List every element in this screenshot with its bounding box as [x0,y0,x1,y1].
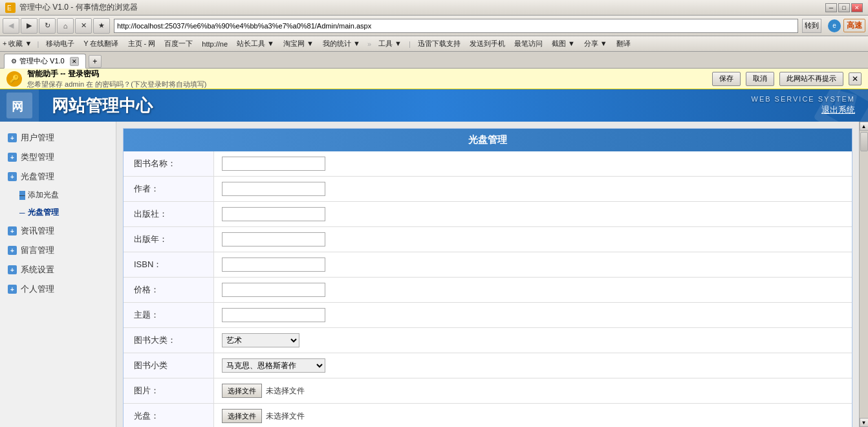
plus-icon: + [8,133,17,142]
input-book-name[interactable] [222,157,325,171]
forward-button[interactable]: ▶ [21,18,38,34]
tab-label: 管理中心 V1.0 [19,56,65,66]
choose-disc-button[interactable]: 选择文件 [222,409,262,423]
plus-icon-system: + [8,265,17,274]
form-row-price: 价格： [124,278,852,303]
sidebar-label-user-management: 用户管理 [21,132,54,144]
address-bar[interactable] [114,19,798,33]
label-image: 图片： [124,378,214,403]
sidebar-label-disc-management: 光盘管理 [21,171,54,182]
bookmark-homepage[interactable]: 主页 - 网 [126,38,158,49]
bookmark-mobile-e[interactable]: 移动电子 [44,38,76,49]
bookmark-tools2[interactable]: 工具 ▼ [376,38,404,49]
bookmark-send[interactable]: 发送到手机 [468,38,507,49]
tab-bar: ⚙ 管理中心 V1.0 ✕ + [0,52,868,69]
field-book-name [214,153,852,175]
back-button[interactable]: ◀ [3,18,19,34]
sidebar-item-type-management[interactable]: + 类型管理 [0,148,116,167]
input-publisher[interactable] [222,207,325,221]
sidebar-label-type-management: 类型管理 [21,151,54,163]
sidebar-item-message-management[interactable]: + 留言管理 [0,241,116,260]
bookmark-share[interactable]: 分享 ▼ [582,38,609,49]
label-author: 作者： [124,177,214,201]
minus-icon-add: ─ [19,191,25,200]
field-publisher [214,203,852,225]
field-pub-year [214,228,852,250]
tab-close-button[interactable]: ✕ [70,57,79,66]
sidebar-item-system-settings[interactable]: + 系统设置 [0,260,116,279]
bookmark-thunder[interactable]: 迅雷下载支持 [416,38,462,49]
scrollbar-thumb[interactable] [860,132,868,151]
disc-file-label: 未选择文件 [266,411,305,422]
label-pub-year: 出版年： [124,227,214,252]
input-price[interactable] [222,283,325,297]
scrollbar-up-button[interactable]: ▲ [860,122,869,131]
main-content: 光盘管理 图书名称： 作者： 出版社： [116,122,859,427]
sidebar-item-disc-management[interactable]: + 光盘管理 [0,167,116,186]
field-author [214,178,852,200]
bookmark-translate[interactable]: 翻译 [614,38,633,49]
sidebar-item-user-management[interactable]: + 用户管理 [0,128,116,148]
close-password-bar-button[interactable]: ✕ [849,72,862,85]
label-isbn: ISBN： [124,252,214,277]
select-category[interactable]: 艺术 文学 科学 历史 计算机 [222,333,299,347]
cancel-password-button[interactable]: 取消 [746,72,774,86]
bookmark-taobao[interactable]: 淘宝网 ▼ [281,38,316,49]
bookmark-http[interactable]: http://ne [200,39,230,49]
sidebar-item-personal-management[interactable]: + 个人管理 [0,279,116,299]
password-icon: 🔑 [6,71,22,87]
sidebar: + 用户管理 + 类型管理 + 光盘管理 ─ 添加光盘 ─ 光盘管理 + 资讯管… [0,122,116,427]
label-category: 图书大类： [124,328,214,353]
field-disc: 选择文件 未选择文件 [214,405,852,427]
bookmark-stats[interactable]: 我的统计 ▼ [321,38,362,49]
tab-admin[interactable]: ⚙ 管理中心 V1.0 ✕ [4,54,86,69]
no-prompt-button[interactable]: 此网站不再提示 [779,72,843,86]
stop-button[interactable]: ✕ [75,18,92,34]
history-button[interactable]: ★ [93,18,110,34]
input-theme[interactable] [222,308,325,322]
form-row-isbn: ISBN： [124,252,852,278]
form-container: 光盘管理 图书名称： 作者： 出版社： [123,128,852,427]
app-title-container: 网站管理中心 [52,94,153,117]
bookmark-add[interactable]: + 收藏 ▼ [3,39,32,49]
app-title: 网站管理中心 [52,96,153,115]
field-image: 选择文件 未选择文件 [214,380,852,402]
refresh-button[interactable]: ↻ [39,18,56,34]
close-browser-button[interactable]: ✕ [851,3,863,12]
input-author[interactable] [222,182,325,196]
home-button[interactable]: ⌂ [57,18,74,34]
bookmark-youdao[interactable]: Y 在线翻译 [81,38,120,49]
form-row-book-name: 图书名称： [124,151,852,177]
plus-icon-news: + [8,226,17,235]
titlebar-controls: ─ □ ✕ [825,3,863,12]
select-subcategory[interactable]: 马克思、恩格斯著作 哲学 文学 [222,358,325,373]
bookmark-visit[interactable]: 最笔访问 [512,38,545,49]
label-disc: 光盘： [124,404,214,427]
password-title: 智能助手 -- 登录密码 [27,69,707,80]
sidebar-subitem-disc-mgmt[interactable]: ─ 光盘管理 [0,204,116,221]
sidebar-label-add-disc: 添加光盘 [28,190,59,201]
bookmark-screenshot[interactable]: 截图 ▼ [550,38,577,49]
bookmark-baidu[interactable]: 百度一下 [162,38,195,49]
sidebar-label-personal-management: 个人管理 [21,283,54,295]
scrollbar-down-button[interactable]: ▼ [860,418,869,427]
go-button[interactable]: 转到 [802,19,821,33]
maximize-button[interactable]: □ [838,3,850,12]
form-row-category: 图书大类： 艺术 文学 科学 历史 计算机 [124,328,852,353]
choose-image-button[interactable]: 选择文件 [222,384,262,398]
sidebar-subitem-add-disc[interactable]: ─ 添加光盘 [0,186,116,204]
app-header: 网 网站管理中心 WEB SERVICE SYSTEM 退出系统 [0,89,868,122]
svg-text:网: 网 [12,100,23,113]
bookmark-tools[interactable]: 站长工具 ▼ [235,38,276,49]
minimize-button[interactable]: ─ [825,3,837,12]
input-isbn[interactable] [222,257,325,272]
label-publisher: 出版社： [124,202,214,226]
new-tab-button[interactable]: + [89,55,102,68]
sidebar-item-news-management[interactable]: + 资讯管理 [0,221,116,241]
svg-text:E: E [7,5,12,12]
save-password-button[interactable]: 保存 [712,72,741,86]
scrollbar-track: ▲ ▼ [859,122,868,427]
label-book-name: 图书名称： [124,151,214,176]
image-file-label: 未选择文件 [266,386,305,397]
input-pub-year[interactable] [222,232,325,246]
